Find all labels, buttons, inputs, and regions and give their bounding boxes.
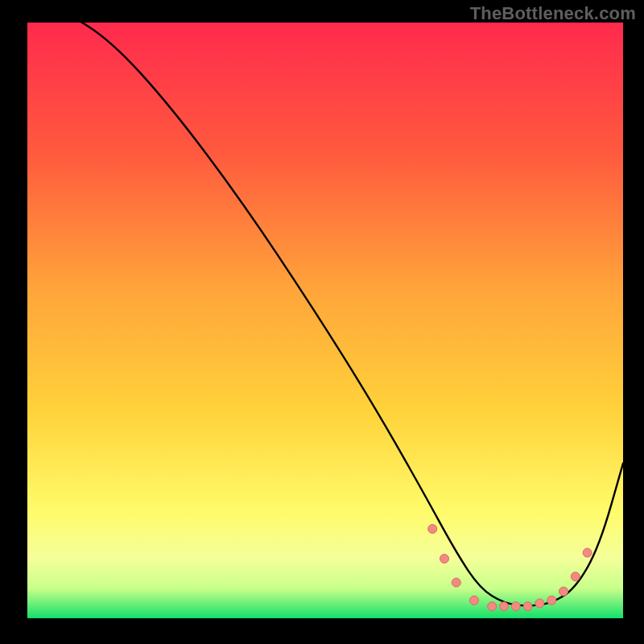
valley-dot	[511, 602, 520, 611]
valley-dot	[440, 555, 449, 564]
valley-dot	[470, 596, 479, 605]
valley-dot	[547, 596, 556, 605]
valley-dot	[535, 599, 544, 608]
valley-dot	[583, 548, 592, 557]
valley-dot	[571, 572, 580, 581]
valley-dot	[452, 578, 460, 587]
gradient-background	[27, 23, 623, 618]
valley-dot	[523, 602, 532, 611]
plot-area	[27, 23, 623, 618]
watermark-text: TheBottleneck.com	[470, 3, 636, 24]
valley-dot	[559, 587, 568, 596]
chart-stage: TheBottleneck.com	[0, 0, 644, 644]
valley-dot	[428, 525, 437, 534]
valley-dot	[488, 602, 497, 611]
valley-dot	[500, 602, 509, 611]
plot-svg	[27, 23, 623, 618]
